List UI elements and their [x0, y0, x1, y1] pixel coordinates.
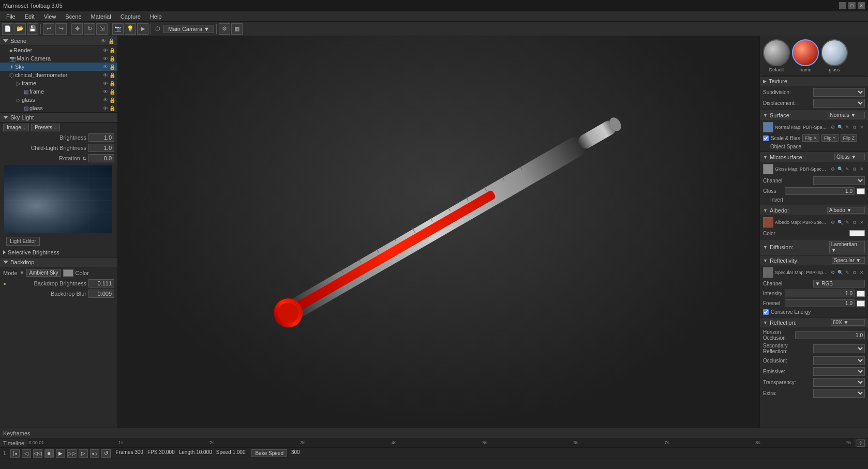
- horizon-occlusion-input[interactable]: [795, 331, 865, 339]
- gloss-color-swatch[interactable]: [857, 188, 865, 194]
- thermo-lock-icon[interactable]: 🔒: [109, 72, 115, 78]
- mat-preview-frame[interactable]: frame: [792, 39, 819, 72]
- surface-dropdown[interactable]: Normals ▼: [828, 112, 865, 118]
- tool-redo[interactable]: ↪: [55, 23, 67, 35]
- camera-dropdown[interactable]: Main Camera ▼: [163, 25, 214, 33]
- mat-preview-default[interactable]: Default: [763, 39, 790, 72]
- image-button[interactable]: Image...: [3, 124, 29, 131]
- rotation-stepper-icon[interactable]: ⇅: [82, 156, 86, 161]
- mode-dropdown[interactable]: Ambient Sky: [26, 269, 61, 277]
- transport-next-frame[interactable]: ▷: [79, 449, 88, 458]
- camera-lock-icon[interactable]: 🔒: [109, 56, 115, 62]
- transport-keyframe-prev[interactable]: ⟨⬥: [10, 449, 20, 458]
- tree-item-frame-mesh[interactable]: ▨ frame 👁 🔒: [0, 87, 117, 96]
- spec-map-settings[interactable]: ⚙: [830, 269, 836, 276]
- scene-lock-icon[interactable]: 🔒: [108, 38, 114, 44]
- emissive-dropdown[interactable]: [813, 367, 865, 376]
- normal-map-copy[interactable]: ⧉: [851, 124, 858, 130]
- albedo-map-search[interactable]: 🔍: [837, 219, 843, 225]
- brightness-input[interactable]: [88, 133, 114, 142]
- menu-help[interactable]: Help: [146, 12, 166, 21]
- normal-map-search[interactable]: 🔍: [837, 124, 843, 130]
- normal-map-delete[interactable]: ✕: [859, 124, 865, 130]
- intensity-swatch[interactable]: [857, 291, 865, 297]
- albedo-header[interactable]: ▼ Albedo: Albedo ▼: [760, 205, 868, 215]
- presets-button[interactable]: Presets...: [31, 124, 60, 131]
- reflectivity-dropdown[interactable]: Specular ▼: [832, 257, 865, 264]
- occlusion-dropdown[interactable]: [813, 356, 865, 365]
- minimize-button[interactable]: ─: [839, 2, 846, 9]
- reflection-header[interactable]: ▼ Reflection: 60X ▼: [760, 317, 868, 327]
- mode-expand-icon[interactable]: ▼: [20, 270, 25, 276]
- reflectivity-header[interactable]: ▼ Reflectivity: Specular ▼: [760, 255, 868, 265]
- flip-z-btn[interactable]: Flip Z: [841, 134, 858, 142]
- rotation-input[interactable]: [88, 154, 114, 162]
- scene-eye-icon[interactable]: 👁: [101, 38, 106, 44]
- tree-item-glass-mesh[interactable]: ▨ glass 👁 🔒: [0, 104, 117, 112]
- frame-m-lock-icon[interactable]: 🔒: [109, 89, 115, 95]
- frame-m-eye-icon[interactable]: 👁: [103, 89, 108, 95]
- albedo-map-copy[interactable]: ⧉: [851, 219, 858, 225]
- reflection-dropdown[interactable]: 60X ▼: [831, 319, 865, 326]
- tree-item-camera[interactable]: 📷 Main Camera 👁 🔒: [0, 54, 117, 63]
- timeline-expand-btn[interactable]: ⇳: [857, 440, 865, 447]
- surface-header[interactable]: ▼ Surface: Normals ▼: [760, 110, 868, 120]
- tool-undo[interactable]: ↩: [43, 23, 54, 35]
- tool-camera[interactable]: 📷: [112, 23, 124, 35]
- extra-dropdown[interactable]: [813, 389, 865, 398]
- transport-play[interactable]: ▶: [56, 449, 65, 458]
- intensity-input[interactable]: [785, 290, 855, 297]
- microsurface-header[interactable]: ▼ Microsurface: Gloss ▼: [760, 152, 868, 162]
- scale-bias-checkbox[interactable]: [763, 135, 769, 141]
- transport-keyframe-next[interactable]: ⬥⟩: [90, 449, 99, 458]
- tool-new[interactable]: 📄: [2, 23, 13, 35]
- glass-eye-icon[interactable]: 👁: [103, 97, 108, 103]
- spec-map-copy[interactable]: ⧉: [851, 269, 858, 276]
- glass-m-lock-icon[interactable]: 🔒: [109, 105, 115, 111]
- tree-item-render[interactable]: ■ Render 👁 🔒: [0, 46, 117, 54]
- close-button[interactable]: ✕: [858, 2, 865, 9]
- texture-header[interactable]: ▶ Texture: [760, 77, 868, 86]
- menu-view[interactable]: View: [40, 12, 61, 21]
- tree-item-frame[interactable]: ▷ frame 👁 🔒: [0, 79, 117, 87]
- tree-item-glass[interactable]: ▷ glass 👁 🔒: [0, 96, 117, 104]
- gloss-channel-dropdown[interactable]: [813, 176, 865, 185]
- diffusion-header[interactable]: ▼ Diffusion: Lambertian ▼: [760, 239, 868, 255]
- transport-prev-frame[interactable]: ◁: [22, 449, 31, 458]
- gloss-map-settings[interactable]: ⚙: [830, 166, 836, 172]
- normal-map-settings[interactable]: ⚙: [830, 124, 836, 130]
- menu-capture[interactable]: Capture: [116, 12, 145, 21]
- transport-play-prev[interactable]: ◁◁: [33, 449, 42, 458]
- diffusion-dropdown[interactable]: Lambertian ▼: [829, 241, 865, 253]
- backdrop-brightness-input[interactable]: [88, 279, 114, 288]
- scene-panel-header[interactable]: Scene 👁 🔒: [0, 36, 117, 46]
- sky-lock-icon[interactable]: 🔒: [109, 64, 115, 70]
- camera-eye-icon[interactable]: 👁: [103, 56, 108, 62]
- gloss-map-delete[interactable]: ✕: [859, 166, 865, 172]
- backdrop-color-swatch[interactable]: [63, 269, 73, 277]
- sky-light-header[interactable]: Sky Light: [0, 113, 117, 123]
- maximize-button[interactable]: □: [848, 2, 856, 9]
- transport-play-next[interactable]: ▷▷: [67, 449, 77, 458]
- flip-y-btn[interactable]: Flip Y: [821, 134, 839, 142]
- frame-eye-icon[interactable]: 👁: [103, 81, 108, 86]
- tool-settings[interactable]: ⚙: [219, 23, 230, 35]
- tool-move[interactable]: ✥: [71, 23, 83, 35]
- timeline-ruler[interactable]: 0:00.01 1s 2s 3s 4s 5s 6s 7s 8s 9s: [27, 439, 855, 447]
- frame-lock-icon[interactable]: 🔒: [109, 81, 115, 86]
- gloss-map-edit[interactable]: ✎: [844, 166, 850, 172]
- conserve-energy-checkbox[interactable]: [763, 309, 769, 315]
- albedo-map-delete[interactable]: ✕: [859, 219, 865, 225]
- flip-x-btn[interactable]: Flip X: [802, 134, 819, 142]
- gloss-map-copy[interactable]: ⧉: [851, 166, 858, 172]
- secondary-dropdown[interactable]: [813, 344, 865, 353]
- render-lock-icon[interactable]: 🔒: [109, 48, 115, 53]
- spec-map-edit[interactable]: ✎: [844, 269, 850, 276]
- albedo-color-swatch[interactable]: [849, 230, 865, 236]
- menu-material[interactable]: Material: [87, 12, 115, 21]
- fresnel-input[interactable]: [785, 299, 855, 307]
- bake-speed-btn[interactable]: Bake Speed: [251, 449, 287, 457]
- displacement-dropdown[interactable]: [813, 99, 865, 108]
- tool-scale[interactable]: ⇲: [96, 23, 108, 35]
- spec-channel-dropdown[interactable]: ▼ RGB: [813, 280, 865, 288]
